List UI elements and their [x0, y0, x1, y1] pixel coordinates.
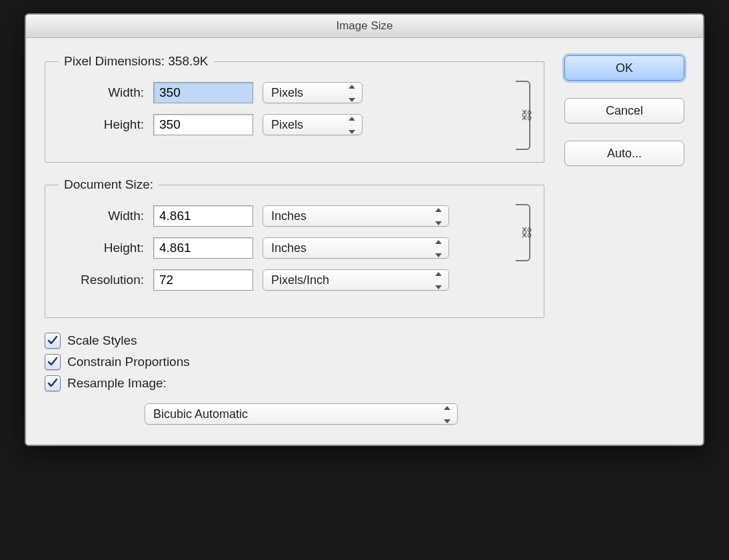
constrain-proportions-label: Constrain Proportions: [67, 355, 190, 369]
pixel-dimensions-filesize: 358.9K: [168, 54, 208, 68]
doc-resolution-unit-value: Pixels/Inch: [271, 273, 329, 287]
button-panel: OK Cancel Auto...: [564, 54, 684, 425]
constrain-proportions-row: Constrain Proportions: [45, 354, 544, 370]
doc-height-unit-select[interactable]: Inches: [263, 237, 449, 259]
doc-height-label: Height:: [59, 241, 144, 255]
scale-styles-checkbox[interactable]: [45, 333, 61, 349]
resample-image-checkbox[interactable]: [45, 375, 61, 391]
check-icon: [47, 357, 58, 367]
stepper-arrows-icon: [435, 208, 444, 225]
link-icon: ⛓: [521, 223, 533, 242]
doc-width-unit-value: Inches: [271, 209, 307, 223]
doc-resolution-label: Resolution:: [59, 273, 144, 287]
main-content: Pixel Dimensions: 358.9K Width: Pixels H…: [45, 54, 544, 425]
resample-image-label: Resample Image:: [67, 376, 167, 391]
doc-resolution-unit-select[interactable]: Pixels/Inch: [263, 269, 449, 291]
dialog-title: Image Size: [26, 15, 703, 38]
pixel-dimensions-legend: Pixel Dimensions: 358.9K: [59, 54, 214, 69]
stepper-arrows-icon: [435, 240, 444, 257]
check-icon: [47, 335, 58, 346]
doc-height-input[interactable]: [153, 237, 253, 259]
link-icon: ⛓: [521, 106, 533, 125]
pixel-dimensions-group: Pixel Dimensions: 358.9K Width: Pixels H…: [45, 54, 544, 163]
resample-method-value: Bicubic Automatic: [153, 407, 248, 421]
pixel-dimensions-legend-prefix: Pixel Dimensions:: [64, 54, 168, 68]
pixel-width-input[interactable]: [153, 82, 253, 103]
pixel-height-label: Height:: [59, 117, 144, 132]
doc-resolution-input[interactable]: [153, 269, 253, 291]
pixel-height-row: Height: Pixels: [59, 114, 504, 135]
scale-styles-row: Scale Styles: [45, 333, 544, 349]
pixel-width-unit-value: Pixels: [271, 86, 303, 100]
document-size-group: Document Size: Width: Inches Height: Inc…: [45, 177, 544, 318]
doc-width-row: Width: Inches: [59, 205, 504, 227]
pixel-width-row: Width: Pixels: [59, 82, 504, 103]
document-size-legend: Document Size:: [59, 177, 159, 192]
auto-button[interactable]: Auto...: [564, 141, 684, 166]
doc-width-unit-select[interactable]: Inches: [263, 205, 449, 227]
constrain-proportions-checkbox[interactable]: [45, 354, 61, 370]
resample-image-row: Resample Image:: [45, 375, 544, 391]
pixel-height-input[interactable]: [153, 114, 253, 135]
stepper-arrows-icon: [435, 272, 444, 289]
cancel-button[interactable]: Cancel: [564, 98, 684, 123]
stepper-arrows-icon: [444, 406, 453, 423]
pixel-height-unit-select[interactable]: Pixels: [263, 114, 363, 135]
stepper-arrows-icon: [349, 85, 358, 102]
doc-width-input[interactable]: [153, 205, 253, 227]
pixel-link-bracket: ⛓: [516, 81, 530, 150]
stepper-arrows-icon: [349, 117, 358, 134]
pixel-height-unit-value: Pixels: [271, 118, 303, 132]
check-icon: [47, 378, 58, 389]
scale-styles-label: Scale Styles: [67, 333, 137, 348]
ok-button[interactable]: OK: [564, 55, 684, 81]
resample-method-row: Bicubic Automatic: [145, 403, 544, 425]
dialog-body: Pixel Dimensions: 358.9K Width: Pixels H…: [26, 38, 703, 445]
resample-method-select[interactable]: Bicubic Automatic: [145, 403, 458, 425]
pixel-width-unit-select[interactable]: Pixels: [263, 82, 363, 103]
doc-link-bracket: ⛓: [516, 204, 530, 261]
doc-resolution-row: Resolution: Pixels/Inch: [59, 269, 504, 291]
doc-height-row: Height: Inches: [59, 237, 504, 259]
pixel-width-label: Width:: [59, 85, 144, 100]
doc-height-unit-value: Inches: [271, 241, 307, 255]
image-size-dialog: Image Size Pixel Dimensions: 358.9K Widt…: [25, 13, 704, 446]
doc-width-label: Width:: [59, 209, 144, 223]
